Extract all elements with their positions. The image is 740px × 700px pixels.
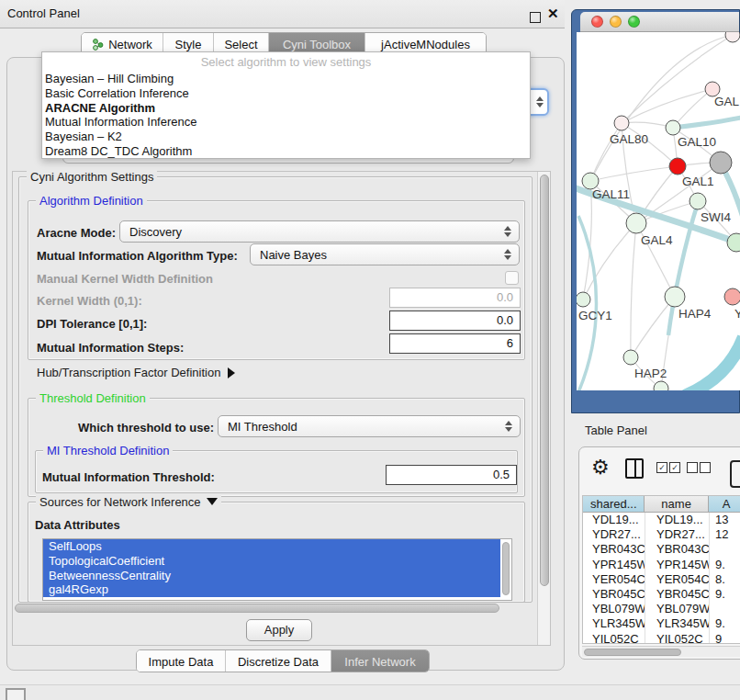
zoom-traffic-light-icon[interactable] [628,16,640,28]
table-cell[interactable]: YDR27... [645,527,710,542]
table-cell[interactable]: YIL052C [645,632,710,645]
network-window-titlebar[interactable] [580,12,739,32]
data-attribute-item[interactable]: BetweennessCentrality [43,569,500,583]
minimize-traffic-light-icon[interactable] [610,16,622,28]
scrollbar-thumb[interactable] [584,649,681,656]
network-node[interactable] [710,152,732,174]
expand-right-icon[interactable] [228,367,235,378]
network-node-gcy1[interactable] [577,292,590,307]
table-cell[interactable]: 9. [710,616,740,631]
table-row[interactable]: YBL079WYBL079W [583,602,740,616]
table-row[interactable]: YBR043CYBR043C [583,542,740,557]
unchecked-checkbox-icon[interactable] [700,462,711,473]
table-row[interactable]: YIL052CYIL052C9 [583,632,740,645]
kernel-width-field[interactable]: 0.0 [389,288,521,308]
table-cell[interactable]: YIL052C [583,632,645,645]
table-cell[interactable]: YBL079W [583,602,645,616]
table-cell[interactable]: 9. [710,558,740,572]
settings-vertical-scrollbar[interactable] [537,172,550,645]
apply-button[interactable]: Apply [246,619,312,641]
column-header-name[interactable]: name [645,496,708,513]
mi-algorithm-type-combo[interactable]: Naive Bayes [250,243,520,265]
table-cell[interactable]: YBR043C [583,542,645,557]
mi-steps-field[interactable]: 6 [389,333,521,354]
table-cell[interactable]: YPR145W [583,558,645,572]
split-columns-icon[interactable] [625,458,644,479]
table-cell[interactable]: YDL19... [645,513,710,527]
tab-infer-network[interactable]: Infer Network [331,650,429,672]
table-cell[interactable]: YDL19... [583,513,645,527]
network-node-gal80[interactable] [614,116,629,130]
checked-checkbox-icon[interactable]: ✓ [669,462,680,473]
network-node-hap2[interactable] [623,350,638,365]
table-row[interactable]: YDL19...YDL19...13 [583,513,740,527]
unchecked-checkbox-icon[interactable] [687,462,698,473]
tab-impute-data[interactable]: Impute Data [137,650,226,672]
node-label: GCY1 [578,309,612,322]
algorithm-option[interactable]: ARACNE Algorithm [42,101,530,116]
table-cell[interactable]: YPR145W [645,558,710,572]
table-row[interactable]: YBR045CYBR045C9. [583,587,740,602]
table-cell[interactable]: YBR043C [645,542,710,557]
table-cell[interactable] [710,602,740,616]
table-cell[interactable]: 9 [710,632,740,645]
network-node-gal10[interactable] [666,120,680,135]
table-cell[interactable]: YLR345W [583,616,645,631]
minimized-panel-icon[interactable] [6,688,26,700]
table-cell[interactable] [710,542,740,557]
table-cell[interactable]: YBR045C [583,587,645,602]
algorithm-option[interactable]: Basic Correlation Inference [42,86,530,101]
table-row[interactable]: YDR27...YDR27...12 [583,527,740,542]
close-traffic-light-icon[interactable] [591,16,603,28]
algorithm-option[interactable]: Dream8 DC_TDC Algorithm [42,144,530,159]
aracne-mode-combo[interactable]: Discovery [119,220,520,243]
network-node[interactable] [654,381,668,390]
table-cell[interactable]: 8. [710,572,740,587]
network-node-y[interactable] [724,288,740,305]
mi-threshold-field[interactable]: 0.5 [386,465,517,485]
column-header-a[interactable]: A [709,496,740,513]
network-node-gal4[interactable] [626,213,646,233]
float-window-icon[interactable] [530,12,541,23]
list-scrollbar[interactable] [502,542,510,595]
table-cell[interactable]: YER054C [645,572,710,587]
table-cell[interactable]: 13 [710,513,740,527]
network-node-hap4[interactable] [665,287,685,307]
tab-discretize-data[interactable]: Discretize Data [226,650,331,672]
network-canvas[interactable]: GALGAL80GAL10GAL1GAL11SWI4GAL4GCY1HAP4YH… [577,32,740,390]
table-cell[interactable]: YBL079W [645,602,710,616]
table-row[interactable]: YER054CYER054C8. [583,572,740,587]
network-node[interactable] [725,32,740,42]
data-attribute-item[interactable]: gal4RGexp [43,582,500,597]
gear-icon[interactable]: ⚙ [591,456,610,480]
checked-checkbox-icon[interactable]: ✓ [656,462,667,473]
settings-horizontal-scrollbar[interactable] [15,604,499,613]
table-cell[interactable]: 9. [710,587,740,602]
data-attribute-item[interactable]: TopologicalCoefficient [43,554,500,569]
network-node-swi4[interactable] [690,193,706,209]
data-attribute-item[interactable]: SelfLoops [43,539,500,554]
algorithm-option[interactable]: Bayesian – Hill Climbing [42,72,530,86]
algorithm-option[interactable]: Bayesian – K2 [42,130,530,144]
control-panel-titlebar: Control Panel [0,0,565,28]
manual-kernel-width-checkbox[interactable] [505,271,519,285]
table-horizontal-scrollbar[interactable] [582,646,740,657]
hub-definition-section[interactable]: Hub/Transcription Factor Definition [37,366,235,379]
data-attributes-list[interactable]: SelfLoopsTopologicalCoefficientBetweenne… [42,538,512,601]
close-icon[interactable]: ✕ [547,6,559,22]
scrollbar-thumb[interactable] [540,175,549,586]
dpi-tolerance-field[interactable]: 0.0 [389,310,521,331]
table-row[interactable]: YPR145WYPR145W9. [583,558,740,572]
table-cell[interactable]: YER054C [583,572,645,587]
table-row[interactable]: YLR345WYLR345W9. [583,616,740,631]
column-header-shared[interactable]: shared... [583,496,645,513]
table-cell[interactable]: YLR345W [645,616,710,631]
table-cell[interactable]: YBR045C [645,587,710,602]
function-icon[interactable] [730,460,740,488]
network-node-gal1[interactable] [669,158,686,175]
algorithm-option[interactable]: Mutual Information Inference [42,115,530,130]
which-threshold-combo[interactable]: MI Threshold [218,415,521,437]
collapse-down-icon[interactable] [207,498,218,505]
table-cell[interactable]: YDR27... [583,527,645,542]
table-cell[interactable]: 12 [710,527,740,542]
